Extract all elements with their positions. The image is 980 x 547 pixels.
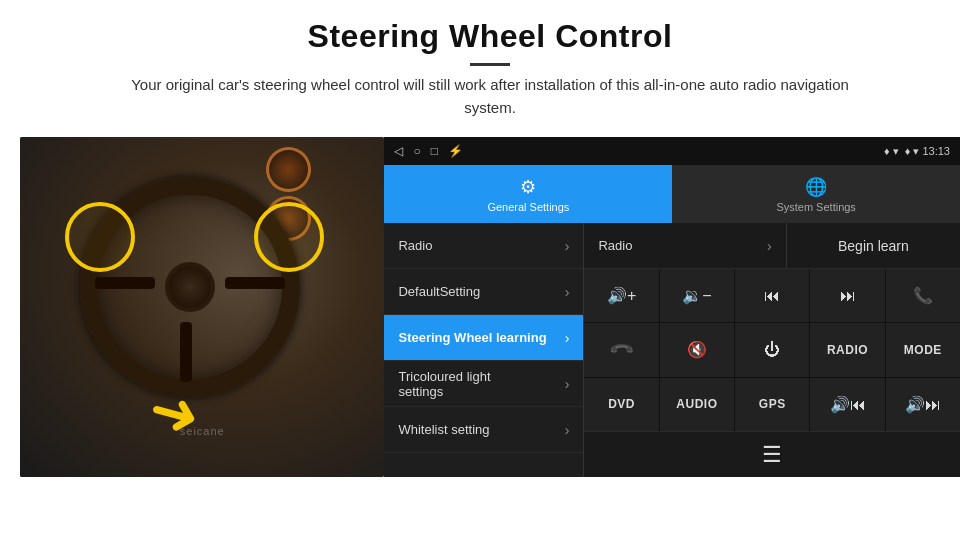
- mode-button[interactable]: MODE: [886, 323, 960, 376]
- phone-button[interactable]: 📞: [886, 269, 960, 322]
- gps-button[interactable]: GPS: [735, 378, 809, 431]
- android-tabs: ⚙ General Settings 🌐 System Settings: [384, 165, 960, 223]
- menu-tricoloured-chevron: ›: [565, 376, 570, 392]
- power-button[interactable]: ⏻: [735, 323, 809, 376]
- gps-label: GPS: [759, 397, 786, 411]
- yellow-circle-left: [65, 202, 135, 272]
- sw-spoke-bottom: [180, 322, 192, 382]
- system-settings-icon: 🌐: [805, 176, 827, 198]
- voice-prev-icon: 🔊⏮: [830, 395, 866, 414]
- menu-default-chevron: ›: [565, 284, 570, 300]
- car-image: ➜ seicane: [20, 137, 384, 477]
- sw-spoke-left: [95, 277, 155, 289]
- menu-radio-chevron: ›: [565, 238, 570, 254]
- sw-center: [165, 262, 215, 312]
- vol-up-icon: 🔊+: [607, 286, 636, 305]
- voice-next-button[interactable]: 🔊⏭: [886, 378, 960, 431]
- menu-item-steering-wheel[interactable]: Steering Wheel learning ›: [384, 315, 583, 361]
- page-header: Steering Wheel Control Your original car…: [0, 0, 980, 127]
- power-icon: ⏻: [764, 341, 780, 359]
- page-title: Steering Wheel Control: [20, 18, 960, 55]
- android-ui: ◁ ○ □ ⚡ ♦ ▾ ♦ ▾ 13:13 ⚙ General Settings…: [384, 137, 960, 477]
- radio-chevron: ›: [767, 238, 772, 254]
- control-button-grid: 🔊+ 🔉− ⏮ ⏭ 📞: [584, 269, 960, 431]
- menu-whitelist-label: Whitelist setting: [398, 422, 489, 437]
- vol-up-button[interactable]: 🔊+: [584, 269, 658, 322]
- menu-steering-label: Steering Wheel learning: [398, 330, 546, 345]
- list-icon: ☰: [762, 442, 782, 468]
- top-row: Radio › Begin learn: [584, 223, 960, 269]
- next-track-icon: ⏭: [840, 287, 856, 305]
- menu-tricoloured-label: Tricoloured lightsettings: [398, 369, 490, 399]
- system-settings-label: System Settings: [776, 201, 855, 213]
- mode-label: MODE: [904, 343, 942, 357]
- cast-icon[interactable]: ⚡: [448, 144, 463, 158]
- menu-panel: Radio › DefaultSetting › Steering Wheel …: [384, 223, 584, 477]
- statusbar-left: ◁ ○ □ ⚡: [394, 144, 463, 158]
- vol-down-button[interactable]: 🔉−: [660, 269, 734, 322]
- back-icon[interactable]: ◁: [394, 144, 403, 158]
- yellow-circle-right: [254, 202, 324, 272]
- status-time: ♦ ▾ 13:13: [905, 145, 950, 158]
- menu-radio-label: Radio: [398, 238, 432, 253]
- vol-down-icon: 🔉−: [682, 286, 711, 305]
- audio-label: AUDIO: [676, 397, 717, 411]
- menu-item-whitelist[interactable]: Whitelist setting ›: [384, 407, 583, 453]
- android-body: Radio › DefaultSetting › Steering Wheel …: [384, 223, 960, 477]
- bottom-row: ☰: [584, 431, 960, 477]
- prev-track-icon: ⏮: [764, 287, 780, 305]
- car-image-bg: ➜ seicane: [20, 137, 384, 477]
- menu-item-default-setting[interactable]: DefaultSetting ›: [384, 269, 583, 315]
- hang-up-icon: 📞: [608, 336, 636, 364]
- menu-item-radio[interactable]: Radio ›: [384, 223, 583, 269]
- tab-general-settings[interactable]: ⚙ General Settings: [384, 165, 672, 223]
- begin-learn-label: Begin learn: [838, 238, 909, 254]
- page-wrapper: Steering Wheel Control Your original car…: [0, 0, 980, 477]
- home-icon[interactable]: ○: [413, 144, 420, 158]
- general-settings-label: General Settings: [487, 201, 569, 213]
- recents-icon[interactable]: □: [431, 144, 438, 158]
- menu-default-label: DefaultSetting: [398, 284, 480, 299]
- radio-ctrl-button[interactable]: RADIO: [810, 323, 884, 376]
- hang-up-button[interactable]: 📞: [584, 323, 658, 376]
- general-settings-icon: ⚙: [520, 176, 536, 198]
- page-subtitle: Your original car's steering wheel contr…: [110, 74, 870, 119]
- dvd-label: DVD: [608, 397, 635, 411]
- phone-icon: 📞: [913, 286, 933, 305]
- voice-next-icon: 🔊⏭: [905, 395, 941, 414]
- begin-learn-button[interactable]: Begin learn: [787, 223, 960, 268]
- menu-whitelist-chevron: ›: [565, 422, 570, 438]
- title-divider: [470, 63, 510, 66]
- control-panel: Radio › Begin learn 🔊+: [584, 223, 960, 477]
- content-area: ➜ seicane ◁ ○ □ ⚡ ♦ ▾ ♦ ▾ 13:13: [20, 137, 960, 477]
- sw-spoke-right: [225, 277, 285, 289]
- next-track-button[interactable]: ⏭: [810, 269, 884, 322]
- tab-system-settings[interactable]: 🌐 System Settings: [672, 165, 960, 223]
- menu-item-tricoloured[interactable]: Tricoloured lightsettings ›: [384, 361, 583, 407]
- watermark: seicane: [180, 425, 225, 437]
- dvd-button[interactable]: DVD: [584, 378, 658, 431]
- radio-ctrl-label: RADIO: [827, 343, 868, 357]
- statusbar-right: ♦ ▾ ♦ ▾ 13:13: [884, 145, 950, 158]
- audio-button[interactable]: AUDIO: [660, 378, 734, 431]
- menu-steering-chevron: ›: [565, 330, 570, 346]
- android-statusbar: ◁ ○ □ ⚡ ♦ ▾ ♦ ▾ 13:13: [384, 137, 960, 165]
- status-signal: ♦ ▾: [884, 145, 899, 158]
- prev-track-button[interactable]: ⏮: [735, 269, 809, 322]
- radio-section: Radio ›: [584, 223, 786, 268]
- radio-label: Radio: [598, 238, 632, 253]
- voice-prev-button[interactable]: 🔊⏮: [810, 378, 884, 431]
- mute-icon: 🔇: [687, 340, 707, 359]
- mute-button[interactable]: 🔇: [660, 323, 734, 376]
